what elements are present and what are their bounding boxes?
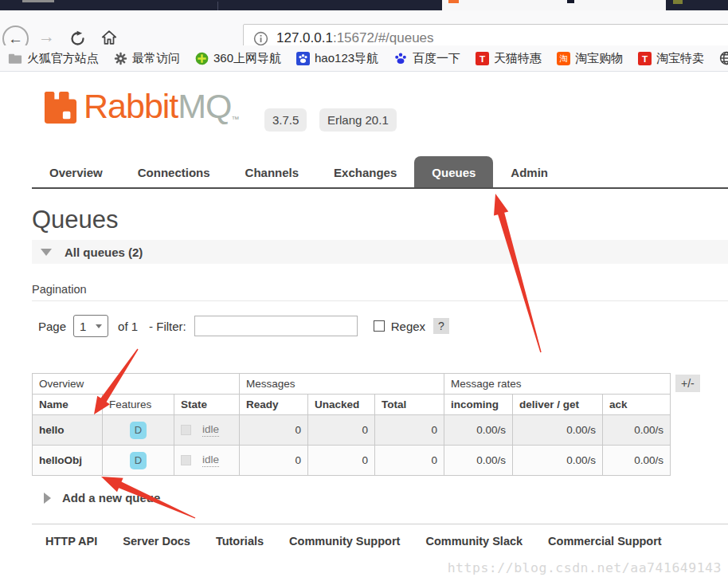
regex-label: Regex — [391, 320, 425, 333]
page-select[interactable]: 1 — [73, 315, 108, 337]
browser-tab-strip — [0, 0, 728, 10]
bookmark-firefox-official[interactable]: 火狐官方站点 — [8, 51, 99, 66]
bookmark-hao123[interactable]: hao123导航 — [296, 51, 378, 66]
bookmark-baidu[interactable]: 百度一下 — [393, 51, 460, 66]
deliver-get-rate: 0.00/s — [513, 415, 603, 446]
add-queue-section-header[interactable]: Add a new queue — [44, 491, 160, 505]
main-nav-tabs: Overview Connections Channels Exchanges … — [32, 156, 728, 189]
footer-link-http-api[interactable]: HTTP API — [45, 535, 97, 548]
site-info-icon[interactable] — [253, 31, 268, 46]
table-row: hello D idle 0 0 0 0.00/s 0.00/s 0.00/s — [33, 415, 671, 446]
folder-icon — [8, 53, 22, 65]
page-label: Page — [38, 320, 66, 333]
forward-arrow-icon: → — [38, 27, 55, 45]
gear-icon — [114, 52, 127, 65]
unacked-count: 0 — [308, 446, 375, 476]
state-indicator-icon — [181, 425, 191, 435]
table-group-header-row: Overview Messages Message rates — [33, 374, 671, 395]
footer-divider — [32, 524, 728, 524]
tab-admin[interactable]: Admin — [493, 156, 566, 187]
version-badge: 3.7.5 — [264, 108, 307, 132]
column-header-incoming[interactable]: incoming — [444, 395, 513, 415]
logo-text-mq: MQ — [178, 88, 231, 125]
durable-badge: D — [130, 452, 147, 469]
column-header-deliver-get[interactable]: deliver / get — [513, 395, 603, 415]
ready-count: 0 — [240, 446, 308, 476]
bookmark-most-visited[interactable]: 最常访问 — [114, 51, 180, 66]
logo-text-rabbit: Rabbit — [84, 88, 178, 125]
queue-state-cell: idle — [174, 415, 240, 446]
favicon-sliver-olive — [673, 0, 683, 4]
total-count: 0 — [375, 415, 444, 446]
svg-text:淘: 淘 — [559, 54, 567, 63]
all-queues-label: All queues (2) — [65, 245, 143, 259]
deliver-get-rate: 0.00/s — [513, 446, 603, 476]
hao123-icon — [296, 52, 310, 65]
column-header-features[interactable]: Features — [103, 395, 174, 415]
tab-divider — [217, 2, 218, 10]
bookmark-tmall[interactable]: T 天猫特惠 — [476, 51, 542, 66]
tmall-icon: T — [476, 52, 489, 65]
rabbitmq-logo[interactable]: RabbitMQ™ — [44, 88, 240, 125]
chevron-right-icon — [44, 493, 51, 504]
tab-channels[interactable]: Channels — [228, 156, 317, 187]
bookmark-360-nav[interactable]: 360上网导航 — [195, 51, 281, 66]
erlang-version-badge: Erlang 20.1 — [319, 108, 397, 132]
rabbitmq-rabbit-icon — [44, 91, 77, 124]
group-header-message-rates: Message rates — [444, 374, 671, 395]
bookmark-taobao-sale[interactable]: T 淘宝特卖 — [638, 51, 704, 66]
tab-exchanges[interactable]: Exchanges — [316, 156, 414, 187]
ready-count: 0 — [240, 415, 308, 446]
pagination-controls: Page 1 of 1 - Filter: Regex ? — [38, 314, 449, 338]
baidu-icon — [393, 51, 408, 65]
bookmarks-bar: 火狐官方站点 最常访问 360上网导航 hao12 — [0, 45, 728, 72]
footer-link-community-support[interactable]: Community Support — [289, 535, 400, 548]
queue-features-cell: D — [103, 446, 174, 476]
regex-help-badge[interactable]: ? — [433, 318, 449, 334]
tab-overview[interactable]: Overview — [32, 156, 120, 187]
all-queues-section-header[interactable]: All queues (2) — [32, 240, 728, 264]
footer-link-server-docs[interactable]: Server Docs — [123, 535, 190, 548]
active-browser-tab[interactable] — [442, 0, 666, 10]
footer-link-commercial-support[interactable]: Commercial Support — [548, 535, 662, 548]
group-header-overview: Overview — [33, 374, 240, 395]
durable-badge: D — [130, 422, 147, 439]
incoming-rate: 0.00/s — [444, 415, 513, 446]
regex-checkbox[interactable] — [374, 320, 385, 332]
browser-toolbar: ← → 127.0.0.1:15672/#/queues — [0, 10, 728, 45]
page-title: Queues — [32, 206, 119, 234]
queue-name-link[interactable]: hello — [33, 415, 103, 446]
incoming-rate: 0.00/s — [444, 446, 513, 476]
footer-link-tutorials[interactable]: Tutorials — [216, 535, 264, 548]
queue-state-cell: idle — [174, 446, 240, 476]
column-header-total[interactable]: Total — [375, 395, 444, 415]
refresh-icon — [69, 30, 86, 47]
tab-queues[interactable]: Queues — [414, 156, 493, 187]
filter-input[interactable] — [194, 316, 358, 336]
column-header-ready[interactable]: Ready — [240, 395, 308, 415]
column-header-name[interactable]: Name — [33, 395, 103, 415]
select-chevron-icon — [96, 324, 102, 328]
chevron-down-icon — [41, 249, 52, 256]
svg-text:T: T — [642, 53, 648, 64]
queues-table: Overview Messages Message rates Name Fea… — [32, 373, 671, 476]
ack-rate: 0.00/s — [603, 415, 671, 446]
column-header-unacked[interactable]: Unacked — [308, 395, 375, 415]
bookmark-globe[interactable] — [719, 51, 728, 65]
pagination-label: Pagination — [32, 283, 87, 296]
logo-trademark: ™ — [232, 115, 240, 124]
csdn-watermark: https://blog.csdn.net/aa741649143 — [448, 560, 722, 575]
column-header-ack[interactable]: ack — [603, 395, 671, 415]
forward-button[interactable]: → — [38, 27, 55, 46]
columns-toggle-button[interactable]: +/- — [675, 375, 700, 392]
footer-link-community-slack[interactable]: Community Slack — [425, 535, 523, 548]
state-indicator-icon — [181, 455, 191, 465]
queue-name-link[interactable]: helloObj — [33, 446, 103, 476]
taobao-icon: 淘 — [557, 52, 570, 65]
table-row: helloObj D idle 0 0 0 0.00/s 0.00/s 0.00… — [33, 446, 671, 476]
state-text: idle — [202, 423, 219, 437]
bookmark-taobao[interactable]: 淘 淘宝购物 — [557, 51, 623, 66]
tab-connections[interactable]: Connections — [120, 156, 228, 187]
filter-label: - Filter: — [149, 320, 186, 333]
column-header-state[interactable]: State — [174, 395, 240, 415]
